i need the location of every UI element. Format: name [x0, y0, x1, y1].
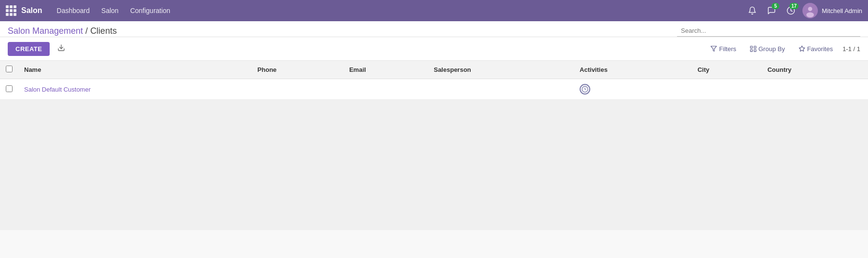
- activity-badge: 17: [789, 3, 799, 9]
- search-bar-wrapper: [434, 25, 860, 37]
- action-bar-right: Filters Group By Favorites 1-1 / 1: [706, 43, 860, 54]
- col-header-email: Email: [343, 61, 428, 79]
- nav-configuration[interactable]: Configuration: [125, 4, 175, 17]
- clients-table-wrapper: Name Phone Email Salesperson Activities …: [0, 61, 868, 100]
- svg-marker-5: [711, 46, 717, 52]
- col-header-phone: Phone: [252, 61, 343, 79]
- clients-table: Name Phone Email Salesperson Activities …: [0, 61, 868, 100]
- nav-salon[interactable]: Salon: [96, 4, 123, 17]
- app-name[interactable]: Salon: [21, 6, 42, 15]
- filters-label: Filters: [719, 45, 736, 53]
- favorites-label: Favorites: [807, 45, 833, 53]
- cell-city: [692, 79, 761, 100]
- svg-rect-6: [750, 46, 752, 48]
- breadcrumb-separator: /: [83, 26, 90, 36]
- col-header-salesperson: Salesperson: [428, 61, 574, 79]
- favorites-button[interactable]: Favorites: [795, 43, 837, 54]
- row-checkbox-cell: [0, 79, 18, 100]
- user-avatar[interactable]: [802, 3, 818, 18]
- table-body: Salon Default Customer: [0, 79, 868, 100]
- col-header-name: Name: [18, 61, 252, 79]
- svg-rect-9: [750, 50, 752, 52]
- breadcrumb-parent[interactable]: Salon Management: [8, 26, 83, 36]
- nav-dashboard[interactable]: Dashboard: [52, 4, 95, 17]
- filters-button[interactable]: Filters: [706, 43, 740, 54]
- export-button[interactable]: [54, 41, 69, 56]
- group-by-label: Group By: [759, 45, 785, 53]
- search-input[interactable]: [677, 25, 860, 37]
- svg-rect-7: [754, 46, 756, 48]
- svg-point-2: [808, 7, 813, 11]
- svg-point-3: [806, 13, 814, 18]
- cell-salesperson: [428, 79, 574, 100]
- pagination-info: 1-1 / 1: [842, 45, 860, 53]
- action-bar: CREATE Filters Group By Favorites 1-1 /: [0, 37, 868, 61]
- messages-badge: 5: [772, 3, 779, 9]
- breadcrumb-current: Clients: [90, 26, 117, 36]
- create-button[interactable]: CREATE: [8, 42, 50, 56]
- cell-country: [761, 79, 868, 100]
- cell-name[interactable]: Salon Default Customer: [18, 79, 252, 100]
- svg-rect-8: [754, 50, 756, 52]
- cell-email: [343, 79, 428, 100]
- col-header-city: City: [692, 61, 761, 79]
- cell-activities[interactable]: [574, 79, 692, 100]
- col-header-activities: Activities: [574, 61, 692, 79]
- activity-button[interactable]: 17: [783, 3, 799, 18]
- cell-phone: [252, 79, 343, 100]
- table-row: Salon Default Customer: [0, 79, 868, 100]
- top-navigation: Salon Dashboard Salon Configuration 5 17: [0, 0, 868, 21]
- select-all-cell: [0, 61, 18, 79]
- nav-links: Dashboard Salon Configuration: [52, 4, 176, 17]
- subheader: Salon Management / Clients: [0, 21, 868, 37]
- breadcrumb: Salon Management / Clients: [8, 26, 434, 36]
- user-name-label[interactable]: Mitchell Admin: [822, 7, 862, 14]
- col-header-country: Country: [761, 61, 868, 79]
- topnav-right-section: 5 17 Mitchell Admin: [745, 3, 862, 18]
- group-by-button[interactable]: Group By: [746, 43, 789, 54]
- messages-button[interactable]: 5: [764, 3, 779, 18]
- apps-grid-icon[interactable]: [6, 5, 16, 16]
- select-all-checkbox[interactable]: [6, 66, 13, 72]
- bottom-empty-area: [0, 100, 868, 230]
- notification-bell-button[interactable]: [745, 3, 760, 18]
- row-select-checkbox[interactable]: [6, 85, 13, 92]
- activity-clock-icon[interactable]: [580, 84, 590, 95]
- svg-marker-10: [799, 46, 805, 51]
- table-header: Name Phone Email Salesperson Activities …: [0, 61, 868, 79]
